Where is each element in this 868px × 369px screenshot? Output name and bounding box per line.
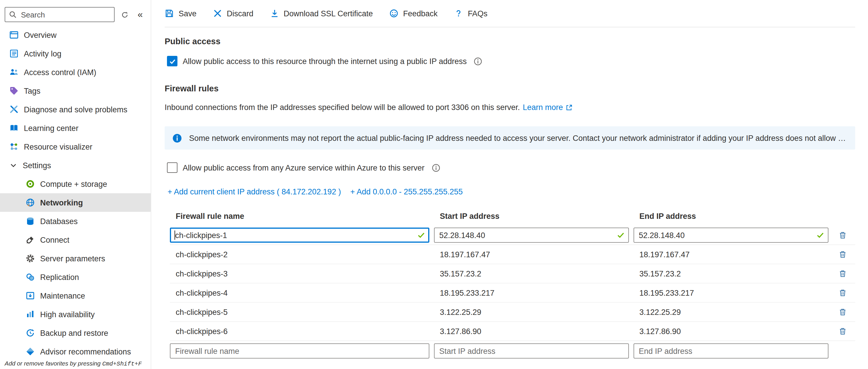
sidebar-item-label: Diagnose and solve problems: [24, 105, 127, 114]
gear-icon: [26, 254, 35, 263]
download-ssl-certificate-button[interactable]: Download SSL Certificate: [270, 9, 373, 18]
azure-services-checkbox-row[interactable]: Allow public access from any Azure servi…: [167, 162, 855, 173]
sidebar-item-compute-storage[interactable]: Compute + storage: [0, 175, 151, 193]
learning-icon: [9, 123, 19, 133]
sidebar-item-label: Databases: [40, 217, 78, 225]
add-ip-links: + Add current client IP address ( 84.172…: [167, 187, 855, 196]
public-access-checkbox[interactable]: [167, 56, 178, 66]
sidebar-item-connect[interactable]: Connect: [0, 230, 151, 249]
sidebar-item-label: Settings: [23, 161, 51, 170]
sidebar-item-label: Activity log: [24, 49, 61, 58]
sidebar-item-access-control-iam[interactable]: Access control (IAM): [0, 63, 151, 82]
sidebar-item-label: Learning center: [24, 124, 79, 132]
backup-icon: [26, 328, 35, 338]
activity-log-icon: [9, 49, 19, 58]
rule-name-input[interactable]: [170, 227, 429, 243]
sidebar-search-row: «: [0, 0, 151, 26]
new-rule-name-input[interactable]: [170, 343, 429, 359]
connect-icon: [26, 235, 35, 244]
rule-name-cell: ch-clickpipes-5: [170, 308, 429, 316]
sidebar-item-tags[interactable]: Tags: [0, 82, 151, 100]
sidebar-item-label: Server parameters: [40, 254, 105, 263]
firewall-rule-row: ch-clickpipes-53.122.25.293.122.25.29: [170, 303, 855, 322]
firewall-rules-heading: Firewall rules: [165, 84, 855, 93]
sidebar-item-maintenance[interactable]: Maintenance: [0, 286, 151, 305]
delete-rule-button[interactable]: [835, 267, 849, 280]
sidebar-search[interactable]: [5, 7, 115, 22]
toolbar-button-label: FAQs: [468, 9, 488, 18]
sidebar-item-server-parameters[interactable]: Server parameters: [0, 249, 151, 268]
sidebar-item-label: Connect: [40, 236, 69, 244]
sidebar-item-label: Replication: [40, 273, 79, 281]
sidebar-item-settings[interactable]: Settings: [0, 156, 151, 175]
sidebar-item-label: Tags: [24, 86, 40, 95]
favorites-hint: Add or remove favorites by pressing Cmd+…: [5, 360, 142, 367]
column-header-rule-name: Firewall rule name: [170, 212, 429, 221]
favorites-hint-keys: Cmd+Shift+F: [102, 360, 142, 367]
delete-rule-button[interactable]: [835, 247, 849, 261]
firewall-rule-rows: ch-clickpipes-218.197.167.4718.197.167.4…: [165, 245, 855, 341]
start-ip-input[interactable]: [434, 227, 629, 243]
faqs-button[interactable]: FAQs: [454, 9, 488, 18]
sidebar-item-databases[interactable]: Databases: [0, 212, 151, 230]
sidebar-item-label: High availability: [40, 310, 95, 319]
valid-check-icon: [417, 231, 425, 239]
start-ip-field: [434, 227, 629, 243]
valid-check-icon: [816, 231, 825, 239]
networking-icon: [26, 198, 35, 207]
azure-services-checkbox-label: Allow public access from any Azure servi…: [183, 163, 425, 172]
high-availability-icon: [26, 310, 35, 319]
sidebar-item-backup-and-restore[interactable]: Backup and restore: [0, 324, 151, 342]
info-icon[interactable]: [474, 57, 483, 65]
collapse-menu-icon[interactable]: «: [134, 9, 146, 20]
rule-name-field: [170, 227, 429, 243]
save-button[interactable]: Save: [165, 9, 197, 18]
new-end-ip-input[interactable]: [633, 343, 829, 359]
delete-rule-button[interactable]: [835, 228, 849, 242]
search-input[interactable]: [20, 9, 111, 20]
advisor-icon: [26, 347, 35, 356]
info-icon[interactable]: [431, 163, 440, 172]
sidebar-item-diagnose-and-solve-problems[interactable]: Diagnose and solve problems: [0, 100, 151, 119]
info-banner-text: Some network environments may not report…: [189, 133, 848, 142]
azure-services-checkbox[interactable]: [167, 162, 178, 173]
end-ip-field: [633, 227, 829, 243]
tag-icon: [9, 86, 19, 95]
favorites-hint-text: Add or remove favorites by pressing: [5, 360, 102, 367]
start-ip-cell: 3.122.25.29: [434, 308, 629, 316]
learn-more-link[interactable]: Learn more: [523, 103, 572, 112]
sidebar-item-networking[interactable]: Networking: [0, 193, 151, 212]
chevron-down-icon: [9, 161, 18, 170]
sidebar-item-advisor-recommendations[interactable]: Advisor recommendations: [0, 342, 151, 361]
sidebar-item-activity-log[interactable]: Activity log: [0, 44, 151, 63]
overview-icon: [9, 30, 19, 39]
sidebar-item-resource-visualizer[interactable]: Resource visualizer: [0, 137, 151, 156]
discard-button[interactable]: Discard: [213, 9, 254, 18]
column-header-end-ip: End IP address: [633, 212, 829, 221]
delete-rule-button[interactable]: [835, 286, 849, 300]
rule-name-cell: ch-clickpipes-3: [170, 269, 429, 278]
feedback-button[interactable]: Feedback: [389, 9, 438, 18]
sidebar-item-learning-center[interactable]: Learning center: [0, 119, 151, 137]
refresh-icon[interactable]: [119, 9, 130, 20]
public-access-checkbox-row[interactable]: Allow public access to this resource thr…: [167, 56, 855, 66]
rule-name-cell: ch-clickpipes-2: [170, 250, 429, 259]
save-icon: [165, 9, 174, 18]
azure-portal-networking-page: « OverviewActivity logAccess control (IA…: [0, 0, 868, 369]
sidebar-item-overview[interactable]: Overview: [0, 26, 151, 44]
toolbar-button-label: Download SSL Certificate: [284, 9, 373, 18]
sidebar-item-replication[interactable]: Replication: [0, 268, 151, 286]
toolbar-button-label: Feedback: [403, 9, 438, 18]
end-ip-input[interactable]: [633, 227, 829, 243]
discard-icon: [213, 9, 222, 18]
sidebar-item-high-availability[interactable]: High availability: [0, 305, 151, 324]
learn-more-label: Learn more: [523, 103, 563, 112]
end-ip-cell: 18.195.233.217: [633, 288, 829, 297]
delete-rule-button[interactable]: [835, 305, 849, 319]
sidebar-nav: OverviewActivity logAccess control (IAM)…: [0, 26, 151, 361]
add-all-ips-link[interactable]: + Add 0.0.0.0 - 255.255.255.255: [350, 187, 463, 196]
add-client-ip-link[interactable]: + Add current client IP address ( 84.172…: [167, 187, 341, 196]
delete-rule-button[interactable]: [835, 324, 849, 338]
replication-icon: [26, 272, 35, 282]
new-start-ip-input[interactable]: [434, 343, 629, 359]
